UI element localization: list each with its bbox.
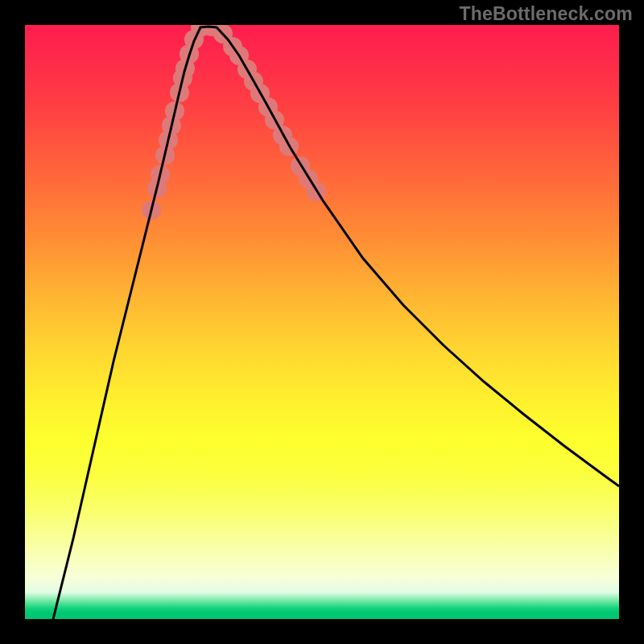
chart-frame: TheBottleneck.com [0, 0, 644, 644]
marker-dots-group [142, 25, 326, 220]
watermark-text: TheBottleneck.com [459, 3, 633, 25]
chart-svg [25, 25, 619, 619]
bottleneck-curve-line [53, 27, 619, 619]
plot-area [25, 25, 619, 619]
